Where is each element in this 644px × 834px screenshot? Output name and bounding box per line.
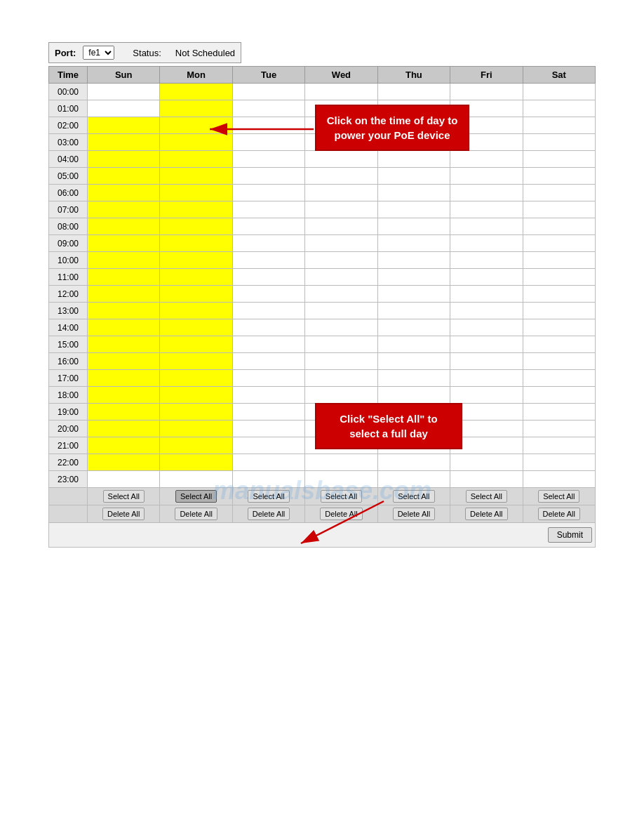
cell-tue-11:00[interactable] — [232, 269, 304, 286]
cell-sun-05:00[interactable] — [88, 168, 160, 185]
cell-mon-00:00[interactable] — [160, 84, 232, 100]
cell-mon-10:00[interactable] — [160, 252, 232, 269]
cell-sun-13:00[interactable] — [88, 303, 160, 319]
cell-tue-23:00[interactable] — [232, 471, 304, 488]
cell-sun-11:00[interactable] — [88, 269, 160, 286]
cell-sat-23:00[interactable] — [523, 471, 595, 488]
cell-wed-18:00[interactable] — [305, 387, 377, 404]
cell-tue-21:00[interactable] — [232, 437, 304, 454]
cell-fri-05:00[interactable] — [450, 168, 523, 185]
select-all-button-tue[interactable]: Select All — [248, 490, 289, 503]
cell-sat-02:00[interactable] — [523, 117, 595, 134]
cell-thu-13:00[interactable] — [377, 303, 450, 319]
cell-sat-10:00[interactable] — [523, 252, 595, 269]
cell-mon-18:00[interactable] — [160, 387, 232, 404]
cell-tue-10:00[interactable] — [232, 252, 304, 269]
cell-tue-13:00[interactable] — [232, 303, 304, 319]
cell-sat-11:00[interactable] — [523, 269, 595, 286]
cell-sun-20:00[interactable] — [88, 421, 160, 437]
cell-sun-14:00[interactable] — [88, 319, 160, 336]
cell-wed-23:00[interactable] — [305, 471, 377, 488]
cell-sat-05:00[interactable] — [523, 168, 595, 185]
submit-button[interactable]: Submit — [548, 527, 592, 543]
cell-mon-19:00[interactable] — [160, 404, 232, 421]
cell-sat-04:00[interactable] — [523, 151, 595, 168]
cell-wed-22:00[interactable] — [305, 454, 377, 471]
delete-all-button-mon[interactable]: Delete All — [175, 508, 217, 520]
cell-wed-17:00[interactable] — [305, 370, 377, 387]
cell-tue-18:00[interactable] — [232, 387, 304, 404]
cell-mon-15:00[interactable] — [160, 336, 232, 353]
cell-mon-04:00[interactable] — [160, 151, 232, 168]
cell-fri-16:00[interactable] — [450, 353, 523, 370]
delete-all-button-thu[interactable]: Delete All — [393, 508, 435, 520]
cell-thu-18:00[interactable] — [377, 387, 450, 404]
cell-sat-19:00[interactable] — [523, 404, 595, 421]
cell-mon-12:00[interactable] — [160, 286, 232, 303]
cell-tue-12:00[interactable] — [232, 286, 304, 303]
cell-fri-06:00[interactable] — [450, 185, 523, 201]
cell-thu-12:00[interactable] — [377, 286, 450, 303]
cell-fri-10:00[interactable] — [450, 252, 523, 269]
cell-sat-07:00[interactable] — [523, 201, 595, 218]
cell-tue-03:00[interactable] — [232, 134, 304, 151]
cell-tue-04:00[interactable] — [232, 151, 304, 168]
cell-sun-12:00[interactable] — [88, 286, 160, 303]
cell-fri-17:00[interactable] — [450, 370, 523, 387]
cell-fri-04:00[interactable] — [450, 151, 523, 168]
cell-mon-07:00[interactable] — [160, 201, 232, 218]
cell-sat-08:00[interactable] — [523, 218, 595, 235]
cell-wed-05:00[interactable] — [305, 168, 377, 185]
cell-thu-23:00[interactable] — [377, 471, 450, 488]
cell-thu-11:00[interactable] — [377, 269, 450, 286]
cell-mon-09:00[interactable] — [160, 235, 232, 252]
cell-thu-08:00[interactable] — [377, 218, 450, 235]
cell-mon-13:00[interactable] — [160, 303, 232, 319]
cell-sun-03:00[interactable] — [88, 134, 160, 151]
cell-sun-09:00[interactable] — [88, 235, 160, 252]
cell-fri-14:00[interactable] — [450, 319, 523, 336]
cell-tue-19:00[interactable] — [232, 404, 304, 421]
cell-tue-16:00[interactable] — [232, 353, 304, 370]
cell-mon-11:00[interactable] — [160, 269, 232, 286]
cell-fri-11:00[interactable] — [450, 269, 523, 286]
cell-wed-12:00[interactable] — [305, 286, 377, 303]
cell-sat-01:00[interactable] — [523, 100, 595, 117]
cell-tue-08:00[interactable] — [232, 218, 304, 235]
cell-mon-20:00[interactable] — [160, 421, 232, 437]
cell-sun-23:00[interactable] — [88, 471, 160, 488]
cell-sun-15:00[interactable] — [88, 336, 160, 353]
cell-sat-06:00[interactable] — [523, 185, 595, 201]
cell-sat-09:00[interactable] — [523, 235, 595, 252]
cell-mon-02:00[interactable] — [160, 117, 232, 134]
cell-tue-07:00[interactable] — [232, 201, 304, 218]
cell-thu-15:00[interactable] — [377, 336, 450, 353]
cell-fri-12:00[interactable] — [450, 286, 523, 303]
cell-sun-06:00[interactable] — [88, 185, 160, 201]
cell-fri-18:00[interactable] — [450, 387, 523, 404]
cell-sun-07:00[interactable] — [88, 201, 160, 218]
cell-fri-15:00[interactable] — [450, 336, 523, 353]
cell-sat-21:00[interactable] — [523, 437, 595, 454]
cell-wed-13:00[interactable] — [305, 303, 377, 319]
cell-tue-06:00[interactable] — [232, 185, 304, 201]
cell-thu-06:00[interactable] — [377, 185, 450, 201]
cell-mon-23:00[interactable] — [160, 471, 232, 488]
select-all-button-fri[interactable]: Select All — [466, 490, 507, 503]
cell-mon-16:00[interactable] — [160, 353, 232, 370]
cell-mon-05:00[interactable] — [160, 168, 232, 185]
cell-sun-00:00[interactable] — [88, 84, 160, 100]
cell-tue-22:00[interactable] — [232, 454, 304, 471]
cell-wed-10:00[interactable] — [305, 252, 377, 269]
cell-mon-14:00[interactable] — [160, 319, 232, 336]
cell-tue-17:00[interactable] — [232, 370, 304, 387]
cell-tue-20:00[interactable] — [232, 421, 304, 437]
cell-sat-14:00[interactable] — [523, 319, 595, 336]
cell-sat-22:00[interactable] — [523, 454, 595, 471]
cell-thu-22:00[interactable] — [377, 454, 450, 471]
cell-thu-10:00[interactable] — [377, 252, 450, 269]
cell-thu-04:00[interactable] — [377, 151, 450, 168]
cell-tue-14:00[interactable] — [232, 319, 304, 336]
cell-tue-09:00[interactable] — [232, 235, 304, 252]
delete-all-button-sun[interactable]: Delete All — [102, 508, 145, 520]
